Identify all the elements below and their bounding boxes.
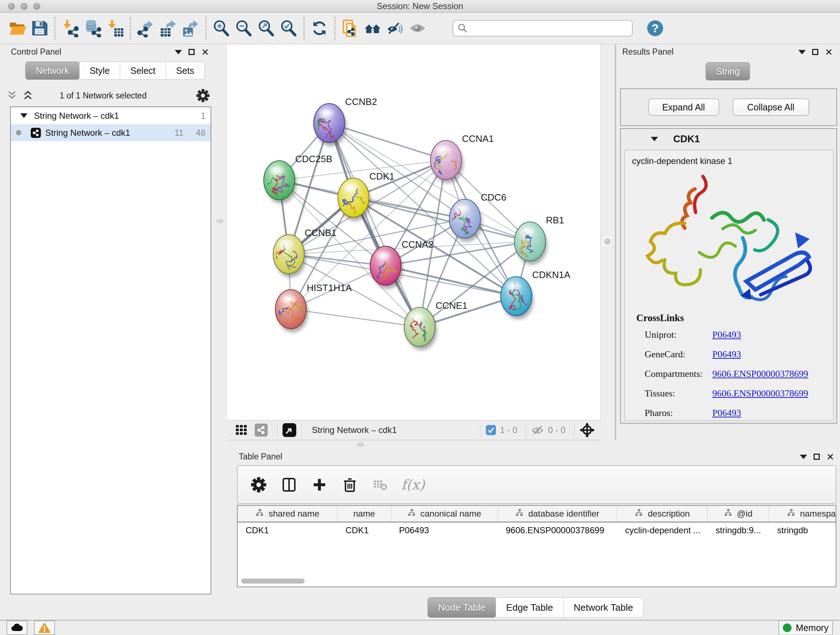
zoom-in-button[interactable] (210, 17, 233, 40)
save-session-button[interactable] (28, 17, 51, 40)
table-row[interactable]: CDK1CDK1P064939606.ENSP00000378699cyclin… (238, 523, 836, 538)
column-header-description[interactable]: description (617, 506, 707, 522)
column-header-canonical-name[interactable]: canonical name (391, 506, 498, 522)
network-node-CCNA1[interactable] (428, 141, 468, 184)
control-tab-network[interactable]: Network (25, 62, 80, 80)
network-node-CCNB1[interactable] (269, 234, 306, 279)
table-tab-edge-table[interactable]: Edge Table (496, 597, 564, 618)
crosslink-link[interactable]: P06493 (712, 329, 741, 340)
node-table[interactable]: shared namenamecanonical namedatabase id… (237, 505, 836, 587)
import-network-from-database-button[interactable] (81, 17, 104, 40)
maximize-panel-icon[interactable] (812, 49, 818, 55)
export-table-button[interactable] (157, 17, 180, 40)
left-splitter-handle[interactable] (216, 219, 224, 223)
export-network-button[interactable] (134, 17, 157, 40)
birdseye-grid-icon[interactable] (235, 424, 248, 437)
search-icon (458, 23, 468, 33)
float-panel-icon[interactable] (800, 455, 807, 459)
collapse-all-button[interactable]: Collapse All (733, 98, 809, 116)
add-column-button[interactable] (310, 475, 329, 494)
import-network-button[interactable] (59, 17, 81, 40)
open-session-button[interactable] (6, 17, 28, 40)
table-tab-network-table[interactable]: Network Table (563, 597, 644, 618)
control-tab-style[interactable]: Style (79, 62, 120, 80)
float-panel-icon[interactable] (798, 50, 806, 54)
maximize-panel-icon[interactable] (188, 49, 195, 55)
table-cell[interactable]: CDK1 (238, 525, 338, 535)
network-row[interactable]: String Network – cdk1 11 48 (11, 124, 210, 141)
column-header-name[interactable]: name (338, 506, 391, 522)
string-view-icon[interactable] (255, 424, 268, 437)
results-tab-string[interactable]: String (706, 62, 750, 80)
table-cell[interactable]: cyclin-dependent ... (617, 525, 707, 535)
import-table-button[interactable] (104, 17, 126, 40)
network-node-CCNE1[interactable] (404, 307, 437, 355)
column-header-namespace[interactable]: namespace (769, 506, 836, 522)
zoom-fit-button[interactable] (255, 17, 278, 40)
right-splitter-handle[interactable] (602, 236, 613, 247)
help-button[interactable]: ? (647, 20, 663, 36)
table-cell[interactable]: stringdb:9... (707, 525, 769, 535)
network-edge-CCNB2-CCNE1[interactable] (329, 123, 420, 327)
delete-column-button[interactable] (340, 475, 359, 494)
selected-checkbox-icon[interactable] (485, 424, 496, 435)
show-all-button[interactable] (406, 17, 429, 40)
network-node-CCNB2[interactable] (313, 103, 347, 148)
apply-layout-button[interactable] (308, 17, 331, 40)
network-node-CDKN1A[interactable] (501, 277, 534, 319)
crosslink-link[interactable]: 9606.ENSP00000378699 (712, 369, 808, 379)
crosslink-link[interactable]: P06493 (712, 408, 741, 418)
clone-network-button[interactable] (339, 17, 362, 40)
network-svg[interactable]: CCNB2CCNA1CDC25BCDK1CDC6RB1CCNB1CCNA2CDK… (227, 44, 600, 420)
gene-description: cyclin-dependent kinase 1 (632, 156, 733, 166)
network-edge-CCNE1-HIST1H1A[interactable] (291, 309, 420, 327)
export-image-button[interactable] (180, 17, 202, 40)
table-cell[interactable]: CDK1 (338, 525, 391, 535)
close-panel-icon[interactable]: ✕ (825, 48, 833, 57)
network-node-CDC6[interactable] (442, 199, 482, 242)
search-input[interactable] (471, 23, 628, 33)
network-edge-CDK1-RB1[interactable] (354, 198, 530, 241)
column-header--id[interactable]: @id (707, 506, 769, 522)
warnings-button[interactable] (34, 621, 55, 635)
network-edge-CCNB2-CCNA1[interactable] (329, 123, 446, 160)
hide-selected-button[interactable] (384, 17, 406, 40)
show-columns-button[interactable] (279, 475, 298, 494)
table-horizontal-scrollbar[interactable] (241, 578, 305, 584)
toolbar-search[interactable] (453, 20, 633, 36)
gene-expander-icon[interactable] (651, 137, 658, 141)
close-panel-icon[interactable]: ✕ (201, 48, 209, 57)
network-view[interactable]: CCNB2CCNA1CDC25BCDK1CDC6RB1CCNB1CCNA2CDK… (227, 44, 600, 420)
crosslink-link[interactable]: 9606.ENSP00000378699 (712, 388, 808, 399)
control-tab-select[interactable]: Select (120, 62, 166, 80)
float-panel-icon[interactable] (175, 50, 182, 54)
center-view-icon[interactable] (579, 423, 595, 438)
network-node-HIST1H1A[interactable] (273, 290, 311, 333)
network-edge-CCNA2-CDKN1A[interactable] (386, 266, 516, 296)
crosslink-link[interactable]: P06493 (712, 349, 741, 360)
crosslink-label: Uniprot: (645, 329, 676, 340)
bottom-splitter-handle[interactable] (357, 442, 364, 447)
table-cell[interactable]: 9606.ENSP00000378699 (498, 525, 617, 535)
memory-button[interactable]: Memory (778, 620, 833, 635)
column-header-database-identifier[interactable]: database identifier (498, 506, 617, 522)
expand-all-button[interactable]: Expand All (648, 98, 719, 116)
first-neighbors-button[interactable] (362, 17, 384, 40)
control-tab-sets[interactable]: Sets (166, 62, 205, 80)
zoom-out-button[interactable] (233, 17, 255, 40)
cloud-status-button[interactable] (6, 621, 27, 635)
zoom-selected-button[interactable] (278, 17, 300, 40)
table-tab-node-table[interactable]: Node Table (428, 597, 496, 618)
maximize-panel-icon[interactable] (813, 454, 820, 460)
table-cell[interactable]: P06493 (391, 525, 498, 535)
collection-expander-icon[interactable] (20, 113, 27, 118)
close-panel-icon[interactable]: ✕ (826, 452, 834, 462)
gear-icon[interactable] (196, 89, 210, 103)
control-panel-title: Control Panel (11, 47, 61, 57)
column-header-shared-name[interactable]: shared name (238, 506, 338, 522)
table-settings-button[interactable] (249, 475, 268, 494)
gene-section-header[interactable]: CDK1 (621, 131, 836, 147)
network-collection-row[interactable]: String Network – cdk1 1 (11, 107, 210, 124)
open-in-browser-button[interactable] (283, 423, 296, 437)
table-cell[interactable]: stringdb (769, 525, 836, 535)
